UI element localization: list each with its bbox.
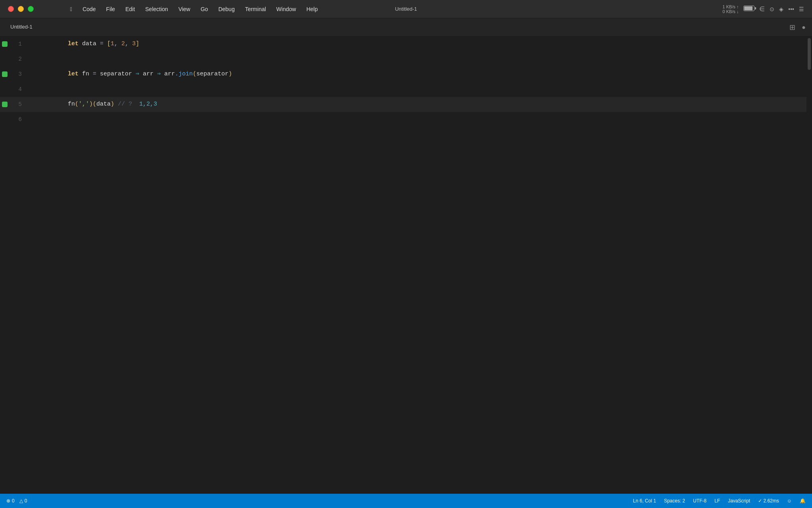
smiley-icon: ☺ bbox=[787, 498, 792, 504]
line-number-1: 1 bbox=[10, 37, 31, 52]
language-mode[interactable]: JavaScript bbox=[728, 498, 750, 504]
indentation[interactable]: Spaces: 2 bbox=[664, 498, 685, 504]
menu-go[interactable]: Go bbox=[196, 4, 213, 14]
spaces-text: Spaces: 2 bbox=[664, 498, 685, 504]
scrollbar[interactable] bbox=[806, 37, 812, 494]
menu-view[interactable]: View bbox=[174, 4, 195, 14]
line-number-5: 5 bbox=[10, 97, 31, 112]
breakpoint-dot-3 bbox=[2, 71, 8, 77]
line-3: 3 let fn = separator ⇒ arr ⇒ arr.join(se… bbox=[0, 67, 812, 82]
battery-icon bbox=[743, 6, 755, 12]
siri-icon: ◈ bbox=[779, 6, 783, 12]
timing-text: ✓ 2.62ms bbox=[758, 498, 779, 504]
wifi-icon: ∈ bbox=[759, 5, 765, 13]
menu-selection[interactable]: Selection bbox=[140, 4, 173, 14]
window-title: Untitled-1 bbox=[395, 6, 417, 12]
status-errors[interactable]: ⊗ 0 △ 0 bbox=[6, 498, 27, 504]
line-1: 1 let data = [1, 2, 3] bbox=[0, 37, 812, 52]
traffic-lights bbox=[0, 6, 34, 12]
close-button[interactable] bbox=[8, 6, 14, 12]
warning-count: 0 bbox=[25, 498, 27, 504]
titlebar-right: 1 KB/s ↑0 KB/s ↓ ∈ ⊙ ◈ ••• ☰ bbox=[722, 4, 804, 14]
encoding-text: UTF-8 bbox=[693, 498, 707, 504]
position-text: Ln 6, Col 1 bbox=[633, 498, 656, 504]
menu-apple[interactable]:  bbox=[65, 4, 77, 14]
split-editor-icon[interactable]: ⊞ bbox=[789, 23, 795, 32]
maximize-button[interactable] bbox=[28, 6, 34, 12]
status-right: Ln 6, Col 1 Spaces: 2 UTF-8 LF JavaScrip… bbox=[633, 498, 806, 504]
list-icon: ☰ bbox=[799, 6, 804, 12]
line-number-2: 2 bbox=[10, 52, 31, 67]
extras-icon: ••• bbox=[788, 6, 794, 12]
line-number-4: 4 bbox=[10, 82, 31, 97]
tabbar: Untitled-1 ⊞ ● bbox=[0, 18, 812, 37]
menu-debug[interactable]: Debug bbox=[214, 4, 239, 14]
menu-code[interactable]: Code bbox=[78, 4, 100, 14]
encoding[interactable]: UTF-8 bbox=[693, 498, 707, 504]
menu-terminal[interactable]: Terminal bbox=[240, 4, 271, 14]
line-number-3: 3 bbox=[10, 67, 31, 82]
more-icon[interactable]: ● bbox=[802, 24, 806, 31]
menu-bar:  Code File Edit Selection View Go Debug… bbox=[34, 4, 322, 14]
cursor-position[interactable]: Ln 6, Col 1 bbox=[633, 498, 656, 504]
timing[interactable]: ✓ 2.62ms bbox=[758, 498, 779, 504]
breakpoint-dot-1 bbox=[2, 41, 8, 47]
feedback-icon[interactable]: ☺ bbox=[787, 498, 792, 504]
breakpoint-3[interactable] bbox=[0, 71, 10, 77]
bell-icon: 🔔 bbox=[800, 498, 806, 504]
titlebar:  Code File Edit Selection View Go Debug… bbox=[0, 0, 812, 18]
warning-icon: △ bbox=[19, 498, 23, 504]
error-icon: ⊗ bbox=[6, 498, 10, 504]
breakpoint-5[interactable] bbox=[0, 102, 10, 107]
line-6: 6 bbox=[0, 112, 812, 127]
network-status: 1 KB/s ↑0 KB/s ↓ bbox=[722, 4, 739, 14]
status-left: ⊗ 0 △ 0 bbox=[6, 498, 27, 504]
scrollbar-thumb[interactable] bbox=[808, 38, 811, 70]
menu-file[interactable]: File bbox=[102, 4, 120, 14]
menu-edit[interactable]: Edit bbox=[121, 4, 140, 14]
notification-icon[interactable]: 🔔 bbox=[800, 498, 806, 504]
code-area[interactable]: 1 let data = [1, 2, 3] 2 3 let fn = sepa… bbox=[0, 37, 812, 494]
breakpoint-1[interactable] bbox=[0, 41, 10, 47]
language-text: JavaScript bbox=[728, 498, 750, 504]
airplay-icon: ⊙ bbox=[770, 6, 774, 12]
line-number-6: 6 bbox=[10, 112, 31, 127]
line-ending-text: LF bbox=[714, 498, 720, 504]
breakpoint-dot-5 bbox=[2, 102, 8, 107]
tab-right-icons: ⊞ ● bbox=[789, 23, 806, 32]
line-5: 5 fn(',')(data) // ? 1,2,3 bbox=[0, 97, 812, 112]
error-count: 0 bbox=[12, 498, 15, 504]
menu-help[interactable]: Help bbox=[302, 4, 323, 14]
editor-container: 1 let data = [1, 2, 3] 2 3 let fn = sepa… bbox=[0, 37, 812, 494]
minimize-button[interactable] bbox=[18, 6, 24, 12]
menu-window[interactable]: Window bbox=[272, 4, 301, 14]
tab-untitled1[interactable]: Untitled-1 bbox=[4, 20, 39, 35]
line-ending[interactable]: LF bbox=[714, 498, 720, 504]
statusbar: ⊗ 0 △ 0 Ln 6, Col 1 Spaces: 2 UTF-8 LF J… bbox=[0, 494, 812, 508]
